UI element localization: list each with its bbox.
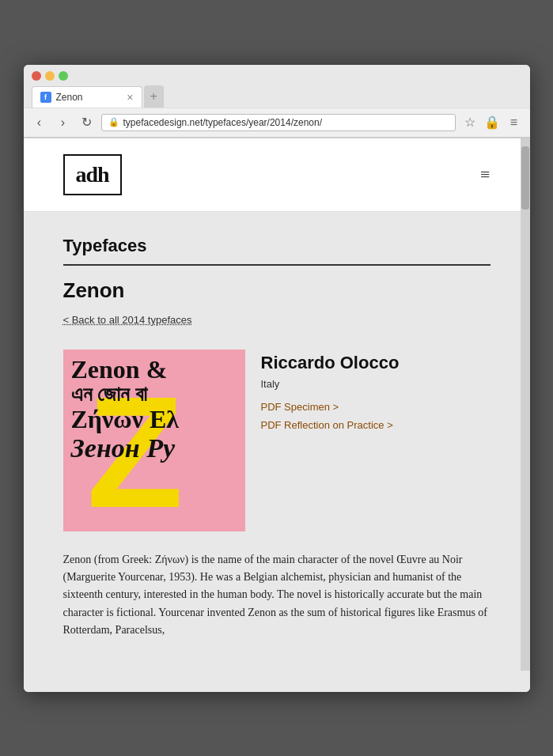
browser-chrome: f Zenon × + ‹ › ↻ 🔒 typefacedesign.net/t…: [24, 65, 530, 138]
browser-titlebar: [24, 65, 530, 85]
browser-tab-bar: f Zenon × +: [24, 85, 530, 108]
toolbar-actions: ☆ 🔒 ≡: [460, 113, 524, 132]
maximize-dot[interactable]: [59, 71, 68, 81]
browser-tab[interactable]: f Zenon ×: [32, 86, 142, 108]
browser-window: f Zenon × + ‹ › ↻ 🔒 typefacedesign.net/t…: [24, 65, 530, 692]
image-line-1: Zenon &: [71, 356, 237, 384]
tab-title: Zenon: [56, 92, 83, 103]
typeface-info: Riccardo Olocco Italy PDF Specimen > PDF…: [261, 350, 491, 531]
bookmark-button[interactable]: ☆: [460, 113, 479, 132]
menu-button[interactable]: ≡: [505, 113, 524, 132]
tab-favicon: f: [40, 92, 51, 103]
image-line-3: Ζήνων Ελ: [71, 406, 237, 433]
page-content: adh ≡ Typefaces Zenon < Back to all 2014…: [24, 138, 530, 692]
content-wrapper: adh ≡ Typefaces Zenon < Back to all 2014…: [24, 138, 530, 671]
description-text: Zenon (from Greek: Ζήνων) is the name of…: [63, 551, 491, 640]
refresh-button[interactable]: ↻: [78, 113, 97, 132]
typeface-title: Zenon: [63, 278, 491, 303]
browser-dots: [32, 71, 68, 81]
address-lock-icon: 🔒: [108, 117, 119, 127]
section-title: Typefaces: [63, 236, 491, 266]
designer-name: Riccardo Olocco: [261, 353, 491, 373]
pdf-specimen-link[interactable]: PDF Specimen >: [261, 401, 491, 413]
address-text: typefacedesign.net/typefaces/year/2014/z…: [123, 117, 323, 128]
site-logo[interactable]: adh: [63, 154, 122, 195]
typeface-card: Z Zenon & এন জোন বা Ζήνων Ελ Зенон Ру Ri…: [63, 350, 491, 531]
image-line-2: এন জোন বা: [71, 384, 237, 406]
hamburger-menu[interactable]: ≡: [480, 164, 490, 185]
image-line-4: Зенон Ру: [71, 433, 237, 463]
typeface-image: Z Zenon & এন জোন বা Ζήνων Ελ Зенон Ру: [63, 350, 245, 531]
scrollbar[interactable]: [521, 138, 530, 671]
pdf-reflection-link[interactable]: PDF Reflection on Practice >: [261, 419, 491, 431]
tools-button[interactable]: 🔒: [483, 113, 502, 132]
scrollbar-thumb[interactable]: [521, 146, 529, 210]
back-to-typefaces-link[interactable]: < Back to all 2014 typefaces: [63, 314, 192, 326]
back-button[interactable]: ‹: [30, 113, 49, 132]
address-bar[interactable]: 🔒 typefacedesign.net/typefaces/year/2014…: [101, 114, 456, 131]
minimize-dot[interactable]: [45, 71, 55, 81]
forward-button[interactable]: ›: [54, 113, 73, 132]
new-tab-button[interactable]: +: [144, 85, 164, 108]
tab-close-button[interactable]: ×: [127, 91, 133, 104]
designer-country: Italy: [261, 378, 491, 390]
site-header: adh ≡: [24, 138, 530, 212]
main-content: Typefaces Zenon < Back to all 2014 typef…: [24, 212, 530, 671]
browser-toolbar: ‹ › ↻ 🔒 typefacedesign.net/typefaces/yea…: [24, 108, 530, 138]
close-dot[interactable]: [32, 71, 41, 81]
